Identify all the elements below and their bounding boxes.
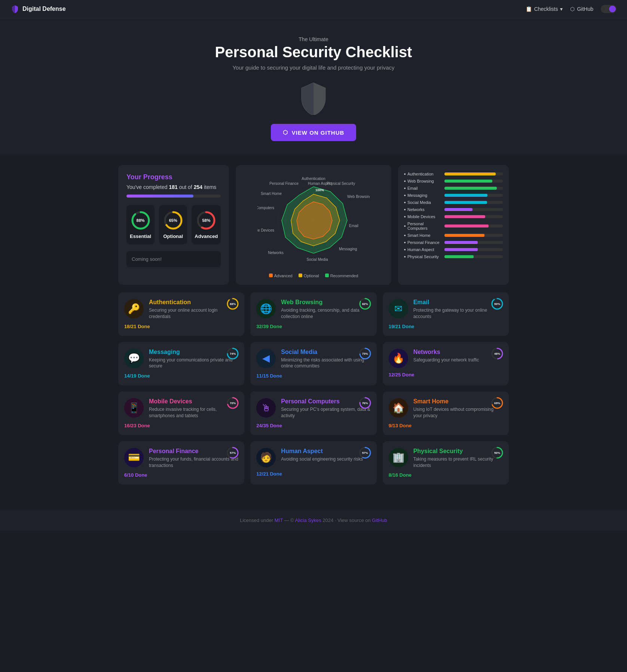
github-link[interactable]: GitHub — [372, 517, 387, 523]
radar-chart: Authentication Web Browsing Email Messag… — [242, 172, 384, 269]
cat-badge: 70% — [226, 397, 239, 409]
footer: Licensed under MIT — © Alicia Sykes 2024… — [0, 510, 627, 531]
github-nav[interactable]: ⬡ GitHub — [570, 6, 593, 12]
cat-icon-personal-computers: 🖱 — [256, 398, 276, 418]
cat-desc: Avoiding tracking, censorship, and data … — [281, 307, 370, 320]
progress-text: You've completed 181 out of 254 items — [126, 184, 221, 190]
bar-track — [444, 215, 503, 218]
checklists-nav[interactable]: 📋 Checklists ▾ — [526, 6, 563, 12]
essential-stat: 88% Essential — [126, 205, 155, 244]
cat-header: 🔑 Authentication Securing your online ac… — [124, 299, 238, 320]
progress-card: Your Progress You've completed 181 out o… — [118, 165, 229, 285]
chevron-down-icon: ▾ — [560, 6, 563, 12]
category-card-smart-home[interactable]: 🏠 Smart Home Using IoT devices without c… — [383, 391, 509, 435]
category-card-personal-finance[interactable]: 💳 Personal Finance Protecting your funds… — [118, 441, 244, 485]
svg-text:Personal Finance: Personal Finance — [269, 181, 299, 186]
cat-title: Email — [413, 299, 503, 306]
cat-header: 🏢 Physical Security Taking measures to p… — [389, 448, 503, 469]
cat-info: Networks Safeguarding your network traff… — [413, 349, 503, 363]
cat-icon-messaging: 💬 — [124, 349, 144, 368]
cat-info: Smart Home Using IoT devices without com… — [413, 398, 503, 419]
cat-desc: Protecting the gateway to your online ac… — [413, 307, 503, 320]
brand-name: Digital Defense — [22, 6, 66, 12]
cat-icon-personal-finance: 💳 — [124, 448, 144, 467]
bar-fill — [444, 248, 478, 251]
cat-desc: Minimizing the risks associated with usi… — [281, 357, 370, 370]
bar-label: ● Email — [404, 186, 441, 190]
brand: Digital Defense — [10, 4, 66, 13]
cat-info: Messaging Keeping your communications pr… — [149, 349, 238, 370]
category-card-email[interactable]: ✉ Email Protecting the gateway to your o… — [383, 292, 509, 336]
cat-title: Authentication — [149, 299, 238, 306]
bar-track — [444, 194, 503, 197]
category-card-web-browsing[interactable]: 🌐 Web Browsing Avoiding tracking, censor… — [250, 292, 376, 336]
brand-icon — [10, 4, 19, 13]
cat-title: Messaging — [149, 349, 238, 355]
bar-label: ● Physical Security — [404, 254, 441, 259]
bar-chart-card: ● Authentication ● Web Browsing ● Email … — [398, 165, 509, 285]
radar-legend: Advanced Optional Recommended — [242, 274, 384, 278]
optional-ring: 65% — [163, 210, 183, 230]
progress-bar — [126, 195, 221, 198]
cat-badge: 76% — [359, 397, 371, 409]
github-btn-icon: ⬡ — [283, 129, 288, 136]
cat-badge-pct: 74% — [230, 352, 236, 355]
cat-info: Personal Computers Securing your PC's op… — [281, 398, 370, 419]
legend-optional: Optional — [299, 274, 319, 278]
view-on-github-button[interactable]: ⬡ VIEW ON GITHUB — [271, 124, 357, 141]
cat-badge-pct: 90% — [494, 302, 500, 306]
cat-icon-networks: 🔥 — [389, 349, 408, 368]
radar-card: Authentication Web Browsing Email Messag… — [236, 165, 391, 285]
category-card-physical-security[interactable]: 🏢 Physical Security Taking measures to p… — [383, 441, 509, 485]
cat-badge: 69% — [491, 397, 504, 409]
github-btn-label: VIEW ON GITHUB — [292, 129, 345, 136]
bar-fill — [444, 187, 497, 190]
bar-label: ● Social Media — [404, 200, 441, 205]
bar-label: ● Web Browsing — [404, 179, 441, 183]
cat-done: 11/15 Done — [256, 373, 370, 379]
cat-done: 24/35 Done — [256, 423, 370, 428]
bar-track — [444, 180, 503, 183]
cat-title: Web Browsing — [281, 299, 370, 306]
cat-done: 14/19 Done — [124, 373, 238, 379]
category-card-personal-computers[interactable]: 🖱 Personal Computers Securing your PC's … — [250, 391, 376, 435]
author-link[interactable]: Alicia Sykes — [295, 517, 321, 523]
category-card-networks[interactable]: 🔥 Networks Safeguarding your network tra… — [383, 342, 509, 386]
bar-label: ● Smart Home — [404, 233, 441, 238]
optional-label: Optional — [162, 233, 184, 239]
category-card-messaging[interactable]: 💬 Messaging Keeping your communications … — [118, 342, 244, 386]
bar-label: ● Personal Finance — [404, 240, 441, 245]
cat-desc: Taking measures to prevent IRL security … — [413, 456, 503, 469]
progress-title: Your Progress — [126, 173, 221, 181]
cat-badge-pct: 88% — [230, 302, 236, 306]
bar-fill — [444, 224, 489, 227]
cat-badge-pct: 70% — [230, 401, 236, 405]
theme-toggle[interactable] — [601, 5, 617, 13]
checklists-icon: 📋 — [526, 6, 532, 12]
bar-label: ● Networks — [404, 207, 441, 212]
cat-icon-human-aspect: 🧑 — [256, 448, 276, 467]
bar-track — [444, 208, 503, 211]
bar-row: ● Smart Home — [404, 233, 503, 238]
cat-desc: Protecting your funds, financial account… — [149, 456, 238, 469]
navbar-right: 📋 Checklists ▾ ⬡ GitHub — [526, 5, 617, 13]
cat-badge-pct: 57% — [230, 451, 236, 454]
cat-badge-pct: 50% — [494, 451, 500, 454]
cat-badge: 50% — [491, 446, 504, 459]
bar-track — [444, 224, 503, 227]
bar-fill — [444, 215, 486, 218]
svg-text:Web Browsing: Web Browsing — [347, 195, 370, 199]
category-card-authentication[interactable]: 🔑 Authentication Securing your online ac… — [118, 292, 244, 336]
legend-recommended: Recommended — [325, 274, 358, 278]
bar-fill — [444, 241, 478, 244]
category-card-social-media[interactable]: ◀ Social Media Minimizing the risks asso… — [250, 342, 376, 386]
cat-header: 💳 Personal Finance Protecting your funds… — [124, 448, 238, 469]
cat-done: 6/10 Done — [124, 472, 238, 478]
category-card-human-aspect[interactable]: 🧑 Human Aspect Avoiding social engineeri… — [250, 441, 376, 485]
stat-circles: 88% Essential 65% Optional — [126, 205, 221, 244]
total-count: 254 — [194, 184, 202, 190]
optional-stat: 65% Optional — [159, 205, 187, 244]
category-card-mobile-devices[interactable]: 📱 Mobile Devices Reduce invasive trackin… — [118, 391, 244, 435]
mit-link[interactable]: MIT — [275, 517, 283, 523]
essential-ring: 88% — [131, 210, 151, 230]
